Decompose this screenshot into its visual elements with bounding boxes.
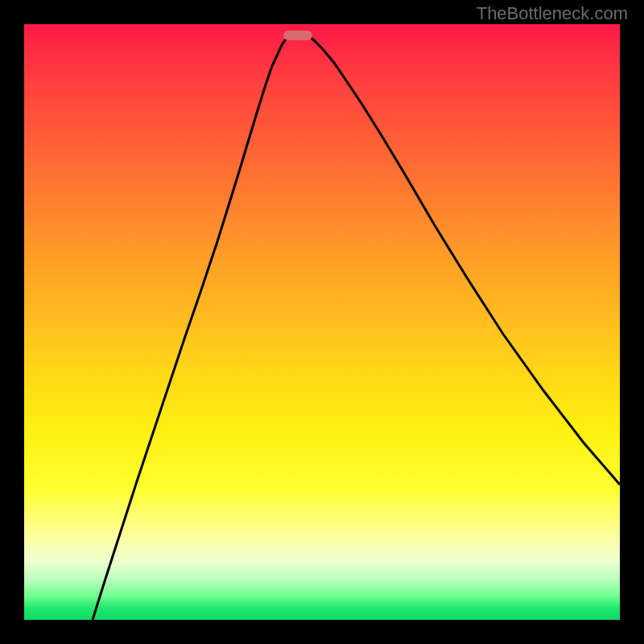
watermark: TheBottleneck.com (477, 3, 628, 24)
chart-frame (0, 0, 644, 644)
